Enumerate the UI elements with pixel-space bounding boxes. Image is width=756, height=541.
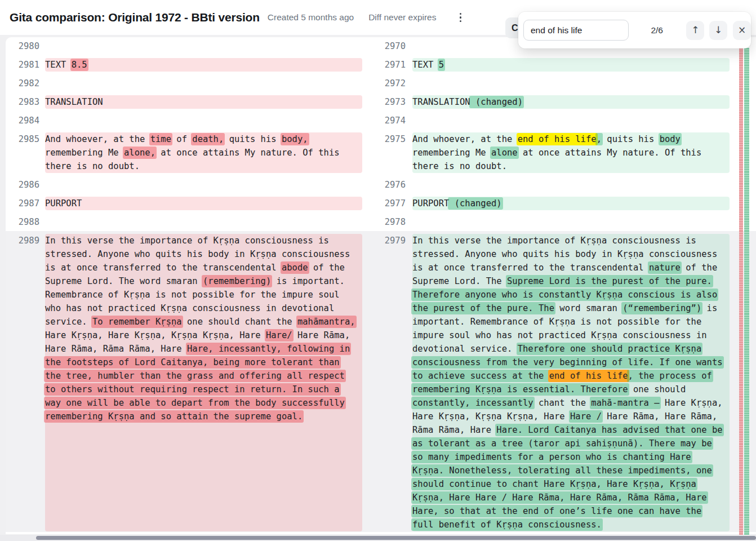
diff-text: one should [628, 384, 686, 394]
diff-line: PURPORT [45, 197, 362, 210]
diff-text: Remembrance of Kṛṣṇa is not possible for… [45, 290, 340, 300]
diff-word-highlight: (changed) [469, 96, 524, 108]
diff-word-highlight: Hare/ [265, 329, 293, 342]
line-number: 2979 [372, 234, 406, 531]
diff-line-content [45, 215, 362, 229]
diff-word-highlight: Supreme Lord is the purest of the pure. [506, 275, 713, 287]
diff-row: 2984 [6, 114, 368, 127]
diff-word-highlight: consciousness from the very beginning of… [411, 356, 724, 369]
diff-line: And whoever, at the time of death, quits… [45, 132, 362, 146]
diff-word-highlight: 8.5 [70, 59, 88, 71]
diff-row: 2982 [6, 77, 368, 90]
diff-word-highlight: to achieve success at the [411, 370, 550, 382]
diff-text: Supreme Lord. The word smaran [45, 276, 203, 286]
line-number: 2987 [6, 197, 39, 210]
diff-line: the footsteps of Lord Caitanya, being mo… [45, 356, 362, 369]
diff-line: full benefit of Kṛṣṇa consciousness. [412, 518, 730, 531]
diff-word-highlight: body [659, 133, 682, 145]
diff-line: Supreme Lord. The Supreme Lord is the pu… [412, 274, 730, 288]
diff-line: TEXT 5 [412, 58, 730, 72]
diff-row: 2977PURPORT (changed) [372, 197, 735, 210]
diff-line: so many impediments for a person who is … [412, 450, 730, 464]
diff-row: 2983TRANSLATION [6, 95, 368, 109]
right-pane[interactable]: 29702971TEXT 529722973TRANSLATION (chang… [372, 37, 735, 534]
diff-line-content [412, 215, 730, 229]
diff-text: is at once transferred to the transcende… [412, 263, 649, 273]
diff-line: remembering Kṛṣṇa is essential. Therefor… [412, 383, 730, 396]
diff-line-content: In this verse the importance of Kṛṣṇa co… [45, 234, 362, 531]
diff-line: In this verse the importance of Kṛṣṇa co… [412, 234, 730, 247]
next-match-button[interactable]: ↓ [709, 21, 727, 40]
diff-word-highlight: Hare / [569, 410, 603, 423]
diff-text: Hare Rāma, [292, 330, 350, 340]
diff-text: remembering Me [45, 148, 124, 158]
diff-line: remembering Me alone, at once attains My… [45, 146, 362, 159]
diff-word-highlight: Hare, so that at the end of one’s life o… [411, 505, 702, 517]
diff-text: Rāma Rāma, Hare [412, 425, 496, 435]
diff-word-highlight: the tree, humbler than the grass and off… [44, 370, 346, 382]
diff-text: In this verse the importance of Kṛṣṇa co… [45, 236, 329, 246]
diff-line: stressed. Anyone who quits his body in K… [412, 247, 730, 261]
line-number: 2981 [6, 58, 39, 72]
diff-text: impure soul who has not practiced Kṛṣṇa … [412, 330, 707, 340]
diff-line: important. Remembrance of Kṛṣṇa is not p… [412, 315, 730, 329]
line-number: 2988 [6, 215, 39, 229]
diff-text: who has not practiced Kṛṣṇa consciousnes… [45, 303, 334, 313]
minimap-deletions[interactable] [739, 48, 743, 541]
diff-text: is important. [271, 276, 345, 286]
diff-line: is at once transferred to the transcende… [412, 261, 730, 274]
diff-text: TEXT [45, 60, 72, 70]
diff-text: And whoever, at the [45, 134, 150, 144]
horizontal-scrollbar-thumb[interactable] [36, 536, 756, 540]
previous-match-button[interactable]: ↑ [686, 21, 704, 40]
horizontal-scrollbar-track[interactable] [0, 535, 756, 541]
line-number: 2970 [372, 39, 406, 53]
diff-word-highlight: time [149, 133, 172, 145]
diff-word-highlight: Kṛṣṇa. Nonetheless, tolerating all these… [411, 464, 713, 477]
diff-word-highlight: full benefit of Kṛṣṇa consciousness. [411, 518, 603, 531]
search-match-active: end of his life [548, 370, 629, 382]
diff-line-content [412, 77, 730, 90]
diff-line-content: TEXT 8.5 [45, 58, 362, 72]
line-number: 2972 [372, 77, 406, 90]
diff-line-content [412, 178, 730, 192]
diff-card: 29802981TEXT 8.529822983TRANSLATION29842… [6, 37, 756, 534]
diff-line-content: PURPORT (changed) [412, 197, 730, 210]
line-number: 2985 [6, 132, 39, 173]
diff-word-highlight: so many impediments for a person who is … [411, 451, 692, 463]
diff-text: TEXT [412, 60, 439, 70]
line-number: 2983 [6, 95, 39, 109]
diff-text: is at once transferred to the transcende… [45, 263, 282, 273]
diff-line: constantly, incessantly chant the mahā-m… [412, 396, 730, 410]
left-pane[interactable]: 29802981TEXT 8.529822983TRANSLATION29842… [6, 37, 368, 534]
diff-word-highlight: should continue to chant Hare Kṛṣṇa, Har… [411, 478, 697, 490]
kebab-menu-icon[interactable] [453, 10, 468, 25]
diff-word-highlight: Kṛṣṇa, Hare Hare / Hare Rāma, Hare Rāma,… [411, 491, 708, 504]
diff-text: of the [681, 263, 717, 273]
line-number: 2986 [6, 178, 39, 192]
diff-line: consciousness from the very beginning of… [412, 356, 730, 369]
search-input[interactable] [523, 20, 629, 41]
minimap-additions[interactable] [744, 48, 749, 541]
diff-word-highlight: way one will be able to depart from the … [44, 397, 346, 409]
diff-row: 2987PURPORT [6, 197, 368, 210]
diff-line-content: In this verse the importance of Kṛṣṇa co… [412, 234, 730, 531]
diff-line: Hare Rāma, Rāma Rāma, Hare Hare, incessa… [45, 342, 362, 356]
line-number: 2980 [6, 39, 39, 53]
diff-line: devotional service. Therefore one should… [412, 342, 730, 356]
diff-word-highlight: the footsteps of Lord Caitanya, being mo… [44, 356, 341, 369]
diff-row: 2988 [6, 215, 368, 229]
diff-row: 2981TEXT 8.5 [6, 58, 368, 72]
diff-line: impure soul who has not practiced Kṛṣṇa … [412, 329, 730, 342]
diff-line: stressed. Anyone who quits his body in K… [45, 247, 362, 261]
diff-word-highlight: , the process of [627, 370, 713, 382]
diff-text: PURPORT [412, 198, 449, 209]
diff-text: of [171, 134, 192, 144]
diff-text: PURPORT [45, 198, 82, 209]
diff-row: 2978 [372, 215, 735, 229]
search-match: end of his life [517, 133, 598, 145]
diff-line: TEXT 8.5 [45, 58, 362, 72]
close-search-button[interactable]: × [733, 21, 751, 40]
diff-word-highlight: nature [648, 261, 682, 274]
diff-expiry-status: Diff never expires [368, 12, 436, 23]
